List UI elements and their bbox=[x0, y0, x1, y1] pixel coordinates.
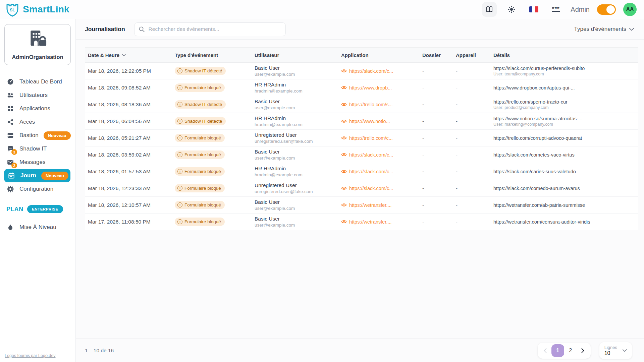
event-date: Mar 18, 2026, 12:23:33 AM bbox=[85, 185, 175, 191]
application-link[interactable]: https://slack.com/c... bbox=[341, 152, 418, 158]
application-link[interactable]: https://trello.com/c... bbox=[341, 135, 418, 141]
event-user: Basic User user@example.com bbox=[255, 199, 341, 211]
event-dossier: - bbox=[422, 185, 456, 191]
admin-mode-toggle[interactable] bbox=[597, 4, 616, 15]
sidebar-item-applications[interactable]: Applications bbox=[0, 102, 75, 115]
event-date: Mar 18, 2026, 12:10:57 AM bbox=[85, 202, 175, 208]
docs-book-icon[interactable] bbox=[482, 2, 497, 17]
search-icon bbox=[139, 26, 145, 33]
eye-icon bbox=[341, 102, 347, 107]
application-link[interactable]: https://trello.com/s... bbox=[341, 102, 418, 107]
event-type-badge: Shadow IT détecté bbox=[175, 100, 226, 109]
event-appareil: - bbox=[456, 85, 493, 90]
application-link[interactable]: https://slack.com/c... bbox=[341, 169, 418, 174]
organisation-card[interactable]: AdminOrganisation bbox=[4, 24, 71, 65]
event-user: HR HRAdmin hradmin@example.com bbox=[255, 115, 341, 127]
event-appareil: - bbox=[456, 135, 493, 141]
eye-icon bbox=[341, 85, 347, 90]
application-link[interactable]: https://www.dropb... bbox=[341, 85, 418, 90]
prev-page-button[interactable] bbox=[539, 344, 551, 357]
application-link[interactable]: https://wetransfer.... bbox=[341, 202, 418, 208]
application-link[interactable]: https://wetransfer.... bbox=[341, 219, 418, 225]
admin-label: Admin bbox=[571, 6, 590, 13]
top-header: SL SmartLink *** Admin AA bbox=[0, 0, 644, 19]
table-row: Mar 18, 2026, 06:04:56 AM Shadow IT déte… bbox=[85, 113, 638, 130]
event-appareil: - bbox=[456, 102, 493, 107]
event-details: https://slack.com/cometes-vaco-virtus bbox=[493, 152, 638, 158]
calendar-icon bbox=[7, 172, 15, 180]
event-user: HR HRAdmin hradmin@example.com bbox=[255, 166, 341, 177]
table-row: Mar 18, 2026, 12:22:05 PM Shadow IT déte… bbox=[85, 63, 638, 79]
event-appareil: - bbox=[456, 219, 493, 225]
avatar[interactable]: AA bbox=[623, 3, 637, 16]
users-icon bbox=[6, 91, 14, 99]
next-page-button[interactable] bbox=[577, 344, 589, 357]
chevron-down-icon bbox=[629, 28, 634, 31]
page-button-1[interactable]: 1 bbox=[551, 344, 564, 357]
sidebar-item-bastion[interactable]: Bastion Nouveau bbox=[0, 129, 75, 142]
sidebar-item-shadow-it[interactable]: 3 Shadow IT bbox=[0, 142, 75, 156]
event-types-filter[interactable]: Types d'événements bbox=[574, 26, 634, 33]
notification-count-badge: 2 bbox=[11, 163, 17, 168]
event-details: https://slack.com/caries-suus-valetudo bbox=[493, 169, 638, 174]
event-type-badge: Formulaire bloqué bbox=[175, 150, 225, 159]
page-button-2[interactable]: 2 bbox=[564, 344, 577, 357]
event-details: https://trello.com/corrupti-advoco-quaer… bbox=[493, 135, 638, 141]
event-type-badge: Formulaire bloqué bbox=[175, 201, 225, 209]
table-row: Mar 17, 2026, 11:08:50 PM Formulaire blo… bbox=[85, 214, 638, 230]
smartlink-shield-icon: SL bbox=[5, 2, 20, 17]
hidden-dots-icon[interactable]: *** bbox=[548, 2, 563, 17]
sidebar-item-tableau-de-bord[interactable]: Tableau De Bord bbox=[0, 75, 75, 88]
event-dossier: - bbox=[422, 68, 456, 74]
sidebar-item-journalisation[interactable]: Journalisation Nouveau bbox=[4, 169, 70, 182]
event-user: Basic User user@example.com bbox=[255, 65, 341, 77]
event-date: Mar 18, 2026, 06:04:56 AM bbox=[85, 118, 175, 124]
event-user: HR HRAdmin hradmin@example.com bbox=[255, 82, 341, 94]
table-row: Mar 18, 2026, 03:59:02 AM Formulaire blo… bbox=[85, 146, 638, 163]
plan-enterprise-badge: ENTERPRISE bbox=[27, 205, 63, 213]
sidebar-item-acces[interactable]: Accès bbox=[0, 115, 75, 129]
organisation-name: AdminOrganisation bbox=[7, 54, 68, 60]
sidebar-item-configuration[interactable]: Configuration bbox=[0, 182, 75, 196]
page-title: Journalisation bbox=[85, 26, 125, 33]
application-link[interactable]: https://slack.com/c... bbox=[341, 185, 418, 191]
event-details: https://www.notion.so/summa-atrocitas-..… bbox=[493, 116, 638, 127]
logo-dev-credit-link[interactable]: Logos fournis par Logo.dev bbox=[5, 353, 56, 358]
sidebar-item-label: Accès bbox=[19, 119, 35, 125]
sidebar-item-label: Applications bbox=[19, 105, 50, 112]
sidebar-item-messages[interactable]: 2 Messages bbox=[0, 156, 75, 169]
column-header-details: Détails bbox=[493, 52, 638, 58]
rows-per-page-select[interactable]: Lignes 10 bbox=[599, 342, 632, 359]
sidebar-item-utilisateurs[interactable]: Utilisateurs bbox=[0, 88, 75, 102]
gauge-icon bbox=[6, 78, 14, 86]
application-link[interactable]: https://www.notio... bbox=[341, 118, 418, 124]
column-header-type: Type d'événement bbox=[175, 52, 255, 58]
sidebar: AdminOrganisation Tableau De Bord Utilis… bbox=[0, 19, 75, 362]
search-input[interactable] bbox=[134, 22, 286, 36]
column-header-appareil: Appareil bbox=[456, 52, 493, 58]
column-header-date[interactable]: Date & Heure bbox=[85, 52, 175, 58]
chevron-right-icon bbox=[581, 348, 584, 353]
sidebar-item-label: Mise À Niveau bbox=[19, 224, 56, 231]
event-user: Basic User user@example.com bbox=[255, 99, 341, 110]
table-header-row: Date & Heure Type d'événement Utilisateu… bbox=[85, 47, 638, 63]
sidebar-item-label: Journalisation bbox=[20, 172, 36, 179]
theme-sun-icon[interactable] bbox=[504, 2, 519, 17]
application-link[interactable]: https://slack.com/c... bbox=[341, 68, 418, 74]
search-box bbox=[134, 22, 286, 36]
sidebar-item-mise-a-niveau[interactable]: Mise À Niveau bbox=[0, 221, 75, 234]
sidebar-nav: Tableau De Bord Utilisateurs Application… bbox=[0, 75, 75, 196]
eye-icon bbox=[341, 185, 347, 191]
event-type-badge: Formulaire bloqué bbox=[175, 184, 225, 192]
language-flag-fr-icon[interactable] bbox=[526, 2, 541, 17]
table-row: Mar 18, 2026, 09:08:52 AM Formulaire blo… bbox=[85, 79, 638, 96]
event-date: Mar 18, 2026, 01:57:53 AM bbox=[85, 169, 175, 175]
brand-logo[interactable]: SL SmartLink bbox=[5, 2, 69, 17]
event-appareil: - bbox=[456, 118, 493, 124]
eye-icon bbox=[341, 68, 347, 74]
table-row: Mar 18, 2026, 08:18:36 AM Shadow IT déte… bbox=[85, 96, 638, 113]
event-details: https://slack.com/comedo-aurum-avarus bbox=[493, 186, 638, 191]
pagination: 1 2 Lignes 10 bbox=[538, 342, 632, 359]
brand-name: SmartLink bbox=[23, 4, 69, 15]
event-details: https://trello.com/sperno-tracto-cur Use… bbox=[493, 99, 638, 110]
